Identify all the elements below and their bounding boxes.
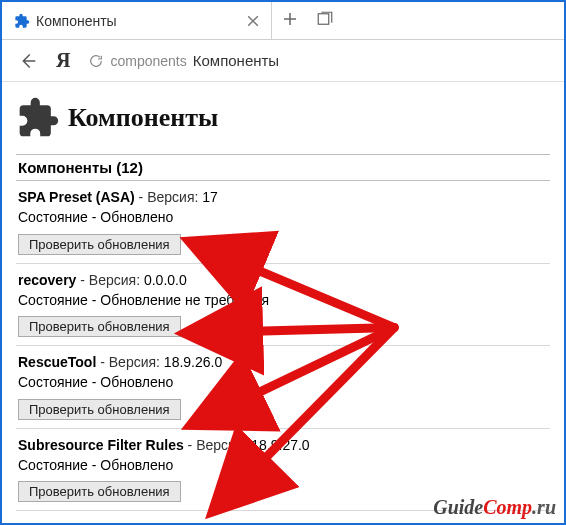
component-status: Состояние - Обновлено: [18, 207, 548, 227]
component-row: RescueTool - Версия: 18.9.26.0Состояние …: [16, 346, 550, 429]
component-status: Состояние - Обновлено: [18, 455, 548, 475]
component-name: Subresource Filter Rules: [18, 437, 184, 453]
address-field[interactable]: components Компоненты: [88, 52, 550, 69]
arrow-left-icon: [16, 50, 38, 72]
component-name: recovery: [18, 272, 76, 288]
component-row: recovery - Версия: 0.0.0.0Состояние - Об…: [16, 264, 550, 347]
address-caption: Компоненты: [193, 52, 279, 69]
tab-title: Компоненты: [36, 13, 241, 29]
extension-icon: [14, 13, 30, 29]
address-host: components: [110, 53, 186, 69]
component-line1: RescueTool - Версия: 18.9.26.0: [18, 352, 548, 372]
reload-icon[interactable]: [88, 53, 104, 69]
tabstrip-overview-button[interactable]: [308, 10, 342, 32]
component-status: Состояние - Обновлено: [18, 372, 548, 392]
component-name: SPA Preset (ASA): [18, 189, 135, 205]
check-updates-button[interactable]: Проверить обновления: [18, 399, 181, 420]
components-section-header: Компоненты (12): [16, 154, 550, 181]
extension-large-icon: [16, 96, 60, 140]
component-version: 18.9.27.0: [251, 437, 309, 453]
component-line1: SPA Preset (ASA) - Версия: 17: [18, 187, 548, 207]
home-button[interactable]: Я: [56, 49, 70, 72]
page-content: Компоненты Компоненты (12) SPA Preset (A…: [2, 82, 564, 525]
watermark: GuideComp.ru: [433, 496, 556, 519]
check-updates-button[interactable]: Проверить обновления: [18, 481, 181, 502]
component-version: 17: [202, 189, 218, 205]
back-button[interactable]: [16, 50, 38, 72]
component-status: Состояние - Обновление не требуется: [18, 290, 548, 310]
components-list: SPA Preset (ASA) - Версия: 17Состояние -…: [16, 181, 550, 511]
close-icon[interactable]: [247, 15, 259, 27]
component-line1: Subresource Filter Rules - Версия: 18.9.…: [18, 435, 548, 455]
plus-icon: [282, 11, 298, 27]
check-updates-button[interactable]: Проверить обновления: [18, 234, 181, 255]
tab-components[interactable]: Компоненты: [2, 2, 272, 39]
tab-bar: Компоненты: [2, 2, 564, 40]
svg-rect-0: [318, 13, 329, 24]
component-version: 18.9.26.0: [164, 354, 222, 370]
new-tab-button[interactable]: [272, 9, 308, 32]
page-title: Компоненты: [68, 103, 218, 133]
tabs-icon: [316, 10, 334, 28]
check-updates-button[interactable]: Проверить обновления: [18, 316, 181, 337]
component-line1: recovery - Версия: 0.0.0.0: [18, 270, 548, 290]
toolbar: Я components Компоненты: [2, 40, 564, 82]
component-row: SPA Preset (ASA) - Версия: 17Состояние -…: [16, 181, 550, 264]
component-name: RescueTool: [18, 354, 96, 370]
component-version: 0.0.0.0: [144, 272, 187, 288]
